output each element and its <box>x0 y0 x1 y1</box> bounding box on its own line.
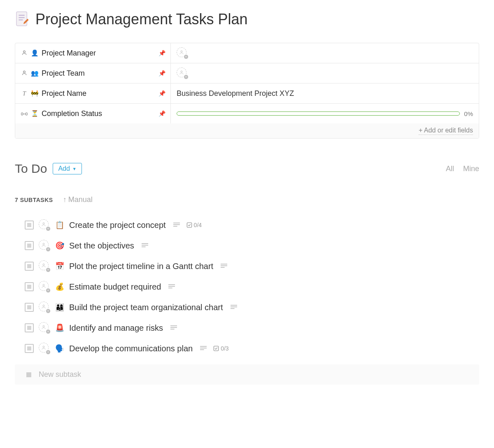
add-edit-fields-link[interactable]: + Add or edit fields <box>419 127 473 135</box>
svg-point-17 <box>43 264 44 265</box>
new-subtask-row[interactable] <box>15 364 479 385</box>
field-label: Project Name <box>42 89 86 98</box>
description-icon <box>173 221 180 229</box>
task-emoji-icon: 🚨 <box>55 323 64 332</box>
task-emoji-icon: 🗣️ <box>55 344 64 353</box>
task-row[interactable]: +📅Plot the project timeline in a Gantt c… <box>15 256 479 276</box>
field-label: Project Team <box>42 69 85 78</box>
add-assignee-button[interactable]: + <box>39 240 50 251</box>
section-title: To Do <box>15 162 47 176</box>
task-checkbox[interactable] <box>25 282 34 291</box>
filter-mine[interactable]: Mine <box>463 165 479 173</box>
description-icon <box>142 242 148 249</box>
add-button[interactable]: Add ▼ <box>53 163 82 174</box>
field-project-name[interactable]: T 🚧 Project Name 📌 Business Development … <box>15 84 479 104</box>
task-title[interactable]: Develop the communications plan <box>69 344 193 353</box>
person-type-icon <box>20 50 28 57</box>
task-title[interactable]: Build the project team organizational ch… <box>69 303 223 312</box>
field-completion-status[interactable]: ⏳ Completion Status 📌 0% <box>15 104 479 123</box>
person-type-icon <box>20 70 28 77</box>
chevron-down-icon: ▼ <box>72 167 77 171</box>
task-row[interactable]: +🎯Set the objectives <box>15 235 479 256</box>
task-row[interactable]: +💰Estimate budget required <box>15 276 479 297</box>
task-emoji-icon: 📋 <box>55 221 64 230</box>
field-project-team[interactable]: 👥 Project Team 📌 + <box>15 63 479 84</box>
pin-icon[interactable]: 📌 <box>158 70 165 77</box>
description-icon <box>231 304 237 311</box>
add-assignee-button[interactable]: + <box>39 260 50 272</box>
svg-point-5 <box>181 51 182 52</box>
team-emoji-icon: 👥 <box>30 70 39 77</box>
field-label: Completion Status <box>42 109 102 118</box>
task-title[interactable]: Set the objectives <box>69 241 134 251</box>
task-emoji-icon: 👨‍👩‍👦 <box>55 303 64 312</box>
plus-icon: + <box>46 288 51 293</box>
add-assignee-button[interactable]: + <box>39 281 50 292</box>
checkbox-placeholder-icon <box>26 372 31 377</box>
task-emoji-icon: 🎯 <box>55 241 64 250</box>
sort-label: Manual <box>68 195 93 204</box>
task-title[interactable]: Identify and manage risks <box>69 323 163 333</box>
add-assignee-button[interactable]: + <box>39 219 50 231</box>
task-checkbox[interactable] <box>25 241 34 250</box>
fields-panel: 👤 Project Manager 📌 + 👥 Project Team 📌 + <box>15 43 479 139</box>
task-emoji-icon: 💰 <box>55 282 64 291</box>
progress-percent: 0% <box>464 110 473 117</box>
pin-icon[interactable]: 📌 <box>158 110 165 117</box>
svg-rect-37 <box>214 346 219 351</box>
pin-icon[interactable]: 📌 <box>158 90 165 97</box>
task-row[interactable]: +🚨Identify and manage risks <box>15 318 479 338</box>
page-header: Project Management Tasks Plan <box>15 11 479 28</box>
svg-point-21 <box>43 284 44 286</box>
arrow-up-icon: ↑ <box>63 195 67 204</box>
svg-rect-12 <box>187 223 191 227</box>
plus-icon: + <box>46 309 51 313</box>
project-name-value[interactable]: Business Development Project XYZ <box>177 89 294 98</box>
add-assignee-button[interactable]: + <box>39 322 50 334</box>
task-checkbox[interactable] <box>25 221 34 230</box>
add-assignee-button[interactable]: + <box>39 343 50 354</box>
description-icon <box>170 324 177 332</box>
plus-icon: + <box>46 329 51 334</box>
new-subtask-input[interactable] <box>39 370 468 379</box>
task-title[interactable]: Plot the project timeline in a Gantt cha… <box>69 262 213 271</box>
filter-all[interactable]: All <box>446 165 454 173</box>
plus-icon: + <box>184 54 189 59</box>
task-checkbox[interactable] <box>25 303 34 312</box>
description-icon <box>221 262 227 270</box>
task-row[interactable]: +👨‍👩‍👦Build the project team organizatio… <box>15 297 479 318</box>
task-checkbox[interactable] <box>25 344 34 353</box>
svg-point-25 <box>43 305 44 306</box>
task-row[interactable]: +🗣️Develop the communications plan0/3 <box>15 338 479 359</box>
task-title[interactable]: Create the project concept <box>69 221 166 230</box>
construction-emoji-icon: 🚧 <box>30 90 39 97</box>
fields-footer: + Add or edit fields <box>15 123 479 138</box>
svg-point-8 <box>43 223 44 224</box>
plus-icon: + <box>184 74 189 79</box>
subtask-count-badge[interactable]: 0/4 <box>186 222 202 228</box>
svg-point-7 <box>181 71 182 72</box>
add-assignee-button[interactable]: + <box>177 67 188 79</box>
svg-point-33 <box>43 346 44 348</box>
task-row[interactable]: +📋Create the project concept0/4 <box>15 215 479 235</box>
view-filters: All Mine <box>446 165 479 173</box>
plus-icon: + <box>46 350 51 355</box>
task-emoji-icon: 📅 <box>55 262 64 271</box>
task-checkbox[interactable] <box>25 323 34 332</box>
svg-point-6 <box>23 71 26 73</box>
document-icon <box>15 11 30 28</box>
description-icon <box>200 345 207 352</box>
subtask-count-badge[interactable]: 0/3 <box>213 345 228 352</box>
pin-icon[interactable]: 📌 <box>158 50 165 56</box>
add-assignee-button[interactable]: + <box>177 47 188 59</box>
task-title[interactable]: Estimate budget required <box>69 282 161 292</box>
svg-point-29 <box>43 325 44 327</box>
sort-toggle[interactable]: ↑ Manual <box>63 195 93 204</box>
subtask-count-text: 0/3 <box>221 345 228 352</box>
add-assignee-button[interactable]: + <box>39 302 50 313</box>
task-checkbox[interactable] <box>25 262 34 271</box>
subtask-count-text: 0/4 <box>194 222 202 228</box>
field-project-manager[interactable]: 👤 Project Manager 📌 + <box>15 43 479 63</box>
progress-bar: 0% <box>177 110 473 117</box>
subtasks-count: 7 SUBTASKS <box>15 197 53 203</box>
